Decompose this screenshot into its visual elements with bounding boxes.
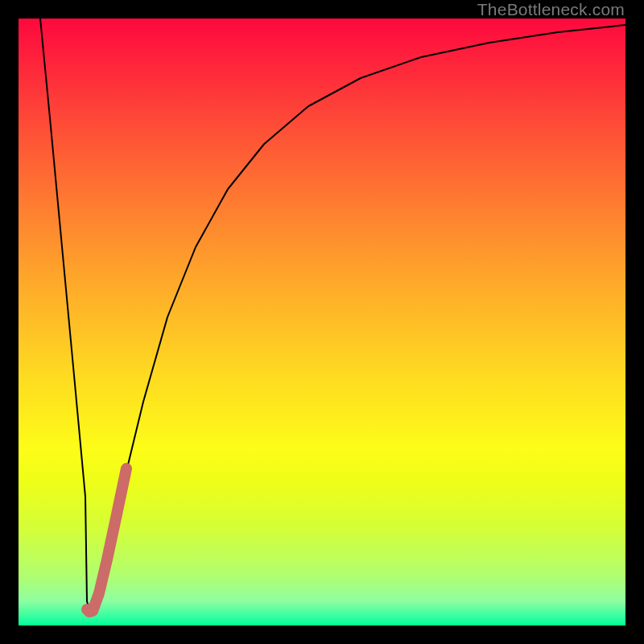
highlight-overlay: [87, 469, 126, 612]
outer-frame: TheBottleneck.com: [0, 0, 644, 644]
main-curve: [40, 19, 625, 609]
curve-layer: [19, 19, 625, 625]
watermark-text: TheBottleneck.com: [477, 0, 625, 19]
